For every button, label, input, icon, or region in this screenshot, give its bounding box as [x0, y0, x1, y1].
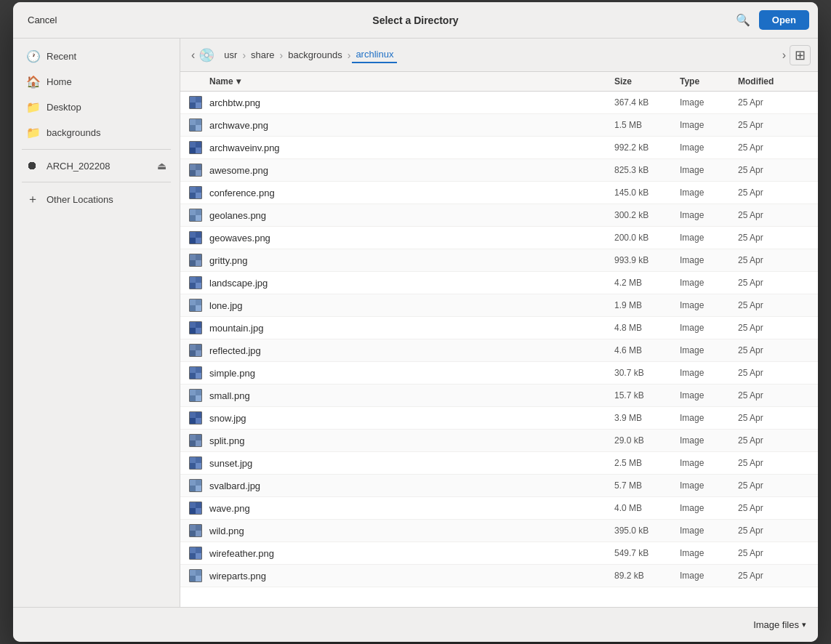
file-row[interactable]: simple.png 30.7 kB Image 25 Apr: [180, 362, 818, 385]
new-folder-button[interactable]: ⊞: [790, 45, 811, 65]
file-thumbnail: [189, 321, 202, 334]
file-row[interactable]: wireparts.png 89.2 kB Image 25 Apr: [180, 565, 818, 587]
folder-icon: 📁: [26, 100, 39, 114]
sidebar-item-label: Recent: [47, 51, 76, 62]
file-size: 5.7 MB: [614, 480, 680, 491]
search-button[interactable]: 🔍: [733, 10, 753, 30]
file-rows-container: archbtw.png 367.4 kB Image 25 Apr archwa…: [180, 92, 818, 587]
breadcrumb-item-archlinux[interactable]: archlinux: [352, 47, 397, 63]
file-row[interactable]: small.png 15.7 kB Image 25 Apr: [180, 385, 818, 407]
file-type: Image: [680, 390, 738, 401]
eject-button[interactable]: ⏏: [157, 160, 166, 172]
sidebar-item-drive[interactable]: ⏺ ARCH_202208 ⏏: [17, 154, 175, 177]
file-size: 89.2 kB: [614, 571, 680, 581]
sidebar-item-recent[interactable]: 🕐 Recent: [17, 44, 175, 68]
file-thumbnail: [189, 389, 202, 402]
file-name: simple.png: [209, 368, 614, 379]
dialog-body: 🕐 Recent 🏠 Home 📁 Desktop 📁 backgrounds …: [13, 39, 818, 607]
file-name: wirefeather.png: [209, 548, 614, 559]
file-modified: 25 Apr: [738, 165, 811, 175]
file-row[interactable]: awesome.png 825.3 kB Image 25 Apr: [180, 159, 818, 182]
file-type: Image: [680, 526, 738, 536]
cancel-button[interactable]: Cancel: [22, 12, 63, 28]
dialog-header: Cancel Select a Directory 🔍 Open: [13, 2, 818, 39]
recent-icon: 🕐: [26, 49, 39, 63]
file-modified: 25 Apr: [738, 300, 811, 310]
dialog-footer: Image files ▾: [13, 607, 818, 642]
file-thumbnail: [189, 141, 202, 154]
chevron-down-icon: ▾: [802, 620, 806, 629]
home-icon: 🏠: [26, 75, 39, 89]
search-icon: 🔍: [736, 14, 750, 26]
file-row[interactable]: geowaves.png 200.0 kB Image 25 Apr: [180, 227, 818, 249]
file-modified: 25 Apr: [738, 571, 811, 581]
column-name-header[interactable]: Name ▾: [209, 76, 614, 86]
breadcrumb-item-backgrounds[interactable]: backgrounds: [284, 47, 345, 63]
breadcrumb-item-share[interactable]: share: [247, 47, 278, 63]
file-modified: 25 Apr: [738, 503, 811, 513]
file-modified: 25 Apr: [738, 142, 811, 153]
file-row[interactable]: snow.jpg 3.9 MB Image 25 Apr: [180, 407, 818, 430]
file-list-container: Name ▾ Size Type Modified archbtw.png 36…: [180, 72, 818, 607]
file-name: lone.jpg: [209, 300, 614, 311]
file-row[interactable]: svalbard.jpg 5.7 MB Image 25 Apr: [180, 475, 818, 497]
file-size: 145.0 kB: [614, 188, 680, 198]
main-panel: ‹ 💿 usr › share › backgrounds › archlinu…: [180, 39, 818, 607]
file-modified: 25 Apr: [738, 548, 811, 558]
sidebar-item-other-locations[interactable]: ＋ Other Locations: [17, 187, 175, 212]
file-row[interactable]: archwaveinv.png 992.2 kB Image 25 Apr: [180, 137, 818, 159]
file-row[interactable]: conference.png 145.0 kB Image 25 Apr: [180, 182, 818, 204]
sidebar-item-backgrounds[interactable]: 📁 backgrounds: [17, 121, 175, 145]
file-size: 15.7 kB: [614, 390, 680, 401]
file-type: Image: [680, 323, 738, 333]
file-row[interactable]: lone.jpg 1.9 MB Image 25 Apr: [180, 294, 818, 317]
file-row[interactable]: wild.png 395.0 kB Image 25 Apr: [180, 520, 818, 542]
file-thumbnail: [189, 209, 202, 222]
sidebar: 🕐 Recent 🏠 Home 📁 Desktop 📁 backgrounds …: [13, 39, 180, 607]
file-name: snow.jpg: [209, 413, 614, 424]
sidebar-item-home[interactable]: 🏠 Home: [17, 70, 175, 94]
file-row[interactable]: geolanes.png 300.2 kB Image 25 Apr: [180, 204, 818, 227]
file-thumbnail: [189, 118, 202, 132]
column-type-header[interactable]: Type: [680, 76, 738, 86]
breadcrumb-bar: ‹ 💿 usr › share › backgrounds › archlinu…: [180, 39, 818, 72]
file-size: 993.9 kB: [614, 255, 680, 265]
file-thumbnail: [189, 186, 202, 199]
file-row[interactable]: wirefeather.png 549.7 kB Image 25 Apr: [180, 542, 818, 565]
file-filter-dropdown[interactable]: Image files ▾: [753, 619, 806, 630]
file-row[interactable]: landscape.jpg 4.2 MB Image 25 Apr: [180, 272, 818, 294]
sidebar-item-desktop[interactable]: 📁 Desktop: [17, 95, 175, 119]
add-icon: ＋: [26, 192, 39, 207]
file-name: gritty.png: [209, 255, 614, 266]
file-row[interactable]: mountain.jpg 4.8 MB Image 25 Apr: [180, 317, 818, 339]
file-thumbnail: [189, 344, 202, 357]
file-type: Image: [680, 345, 738, 355]
file-row[interactable]: wave.png 4.0 MB Image 25 Apr: [180, 497, 818, 520]
file-row[interactable]: gritty.png 993.9 kB Image 25 Apr: [180, 249, 818, 272]
file-modified: 25 Apr: [738, 255, 811, 265]
file-type: Image: [680, 548, 738, 558]
file-thumbnail: [189, 524, 202, 537]
file-thumbnail: [189, 366, 202, 379]
back-button[interactable]: ‹: [188, 46, 198, 65]
file-name: small.png: [209, 390, 614, 401]
column-modified-header[interactable]: Modified: [738, 76, 811, 86]
open-button[interactable]: Open: [759, 10, 809, 30]
file-type: Image: [680, 458, 738, 468]
column-size-header[interactable]: Size: [614, 76, 680, 86]
breadcrumb-item-usr[interactable]: usr: [220, 47, 241, 63]
file-row[interactable]: archbtw.png 367.4 kB Image 25 Apr: [180, 92, 818, 114]
breadcrumb: usr › share › backgrounds › archlinux: [220, 47, 775, 63]
forward-button[interactable]: ›: [779, 46, 790, 65]
file-row[interactable]: archwave.png 1.5 MB Image 25 Apr: [180, 114, 818, 137]
folder-icon: 📁: [26, 126, 39, 140]
file-row[interactable]: split.png 29.0 kB Image 25 Apr: [180, 430, 818, 452]
file-modified: 25 Apr: [738, 480, 811, 491]
file-icon: [188, 432, 204, 448]
file-row[interactable]: reflected.jpg 4.6 MB Image 25 Apr: [180, 339, 818, 362]
file-thumbnail: [189, 299, 202, 312]
file-icon: [188, 387, 204, 403]
file-name: sunset.jpg: [209, 458, 614, 469]
file-row[interactable]: sunset.jpg 2.5 MB Image 25 Apr: [180, 452, 818, 475]
file-size: 4.8 MB: [614, 323, 680, 333]
